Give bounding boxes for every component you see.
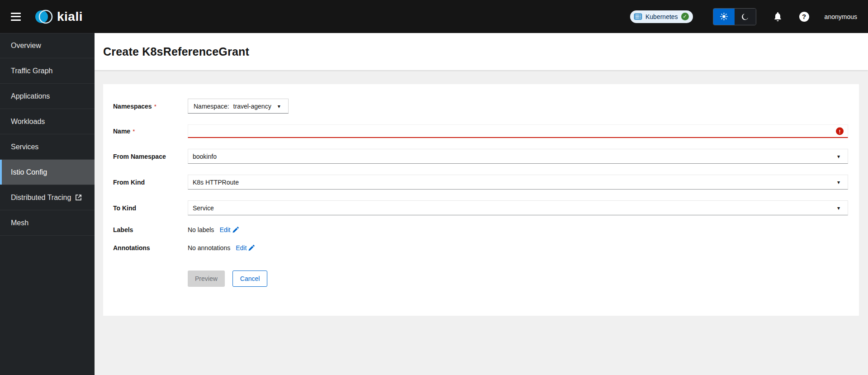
main-content: Create K8sReferenceGrant Namespaces* Nam… — [95, 33, 868, 375]
from-namespace-select[interactable]: bookinfo — [188, 149, 848, 164]
pencil-icon — [248, 245, 255, 251]
namespace-dropdown-prefix: Namespace: — [194, 103, 229, 110]
form-actions: Preview Cancel — [113, 271, 848, 287]
required-marker: * — [154, 103, 157, 110]
sidebar-item-workloads[interactable]: Workloads — [0, 109, 95, 134]
sidebar-item-label: Overview — [11, 42, 41, 50]
annotations-label: Annotations — [113, 244, 188, 252]
namespace-dropdown[interactable]: Namespace: travel-agency — [188, 99, 289, 114]
pencil-icon — [232, 227, 239, 233]
kubernetes-icon — [634, 12, 642, 21]
sidebar-item-label: Distributed Tracing — [11, 194, 71, 202]
bell-icon[interactable] — [773, 12, 782, 21]
sidebar-item-label: Workloads — [11, 118, 45, 126]
form-row-labels: Labels No labels Edit — [113, 226, 848, 233]
annotations-edit-link[interactable]: Edit — [236, 244, 255, 252]
sidebar-item-label: Applications — [11, 92, 50, 100]
theme-toggle — [713, 8, 756, 25]
form-row-namespaces: Namespaces* Namespace: travel-agency — [113, 99, 848, 114]
sidebar-item-applications[interactable]: Applications — [0, 84, 95, 109]
question-circle-icon[interactable]: ? — [799, 12, 809, 22]
namespace-dropdown-value: travel-agency — [233, 103, 271, 110]
page-title: Create K8sReferenceGrant — [103, 45, 249, 58]
preview-button[interactable]: Preview — [188, 271, 225, 287]
sun-icon[interactable] — [713, 9, 735, 25]
brand-name: kiali — [57, 9, 83, 24]
sidebar-item-mesh[interactable]: Mesh — [0, 210, 95, 236]
moon-icon[interactable] — [735, 9, 756, 25]
masthead: kiali Kubernetes ✓ — [0, 0, 868, 33]
to-kind-value: Service — [193, 204, 214, 212]
kiali-logo-icon — [34, 8, 54, 26]
sidebar-item-traffic-graph[interactable]: Traffic Graph — [0, 58, 95, 84]
form-row-annotations: Annotations No annotations Edit — [113, 244, 848, 252]
name-label: Name* — [113, 128, 188, 135]
labels-label: Labels — [113, 226, 188, 233]
namespaces-label: Namespaces* — [113, 103, 188, 110]
sidebar-item-label: Mesh — [11, 219, 28, 227]
form-row-name: Name* ! — [113, 124, 848, 138]
form-row-to-kind: To Kind Service — [113, 200, 848, 215]
cluster-name: Kubernetes — [645, 13, 678, 20]
kubernetes-cluster-badge[interactable]: Kubernetes ✓ — [630, 10, 693, 23]
from-kind-label: From Kind — [113, 179, 188, 186]
caret-down-icon — [837, 205, 840, 211]
external-link-icon — [75, 194, 82, 201]
caret-down-icon — [837, 180, 840, 185]
required-marker: * — [133, 128, 135, 135]
kiali-logo[interactable]: kiali — [34, 8, 83, 26]
exclamation-circle-icon: ! — [836, 128, 844, 135]
to-kind-label: To Kind — [113, 204, 188, 212]
sidebar-item-services[interactable]: Services — [0, 134, 95, 160]
sidebar-nav: Overview Traffic Graph Applications Work… — [0, 33, 95, 375]
to-kind-select[interactable]: Service — [188, 200, 848, 215]
sidebar-item-label: Istio Config — [11, 168, 47, 176]
sidebar-item-label: Services — [11, 143, 38, 151]
labels-value: No labels — [188, 226, 214, 233]
sidebar-item-istio-config[interactable]: Istio Config — [0, 160, 95, 185]
labels-edit-link[interactable]: Edit — [219, 226, 238, 233]
caret-down-icon — [278, 104, 280, 109]
sidebar-item-distributed-tracing[interactable]: Distributed Tracing — [0, 185, 95, 210]
page-header: Create K8sReferenceGrant — [95, 33, 868, 70]
sidebar-item-label: Traffic Graph — [11, 67, 52, 75]
form-row-from-kind: From Kind K8s HTTPRoute — [113, 175, 848, 190]
from-namespace-value: bookinfo — [193, 153, 217, 160]
form-row-from-namespace: From Namespace bookinfo — [113, 149, 848, 164]
from-namespace-label: From Namespace — [113, 153, 188, 160]
caret-down-icon — [837, 154, 840, 159]
sidebar-item-overview[interactable]: Overview — [0, 33, 95, 58]
from-kind-value: K8s HTTPRoute — [193, 179, 239, 186]
create-form-card: Namespaces* Namespace: travel-agency Nam… — [103, 84, 859, 316]
from-kind-select[interactable]: K8s HTTPRoute — [188, 175, 848, 190]
username[interactable]: anonymous — [825, 13, 857, 20]
annotations-value: No annotations — [188, 244, 230, 252]
check-circle-icon: ✓ — [681, 13, 689, 20]
hamburger-icon[interactable] — [11, 13, 21, 21]
name-input[interactable] — [188, 124, 848, 138]
cancel-button[interactable]: Cancel — [232, 271, 268, 287]
